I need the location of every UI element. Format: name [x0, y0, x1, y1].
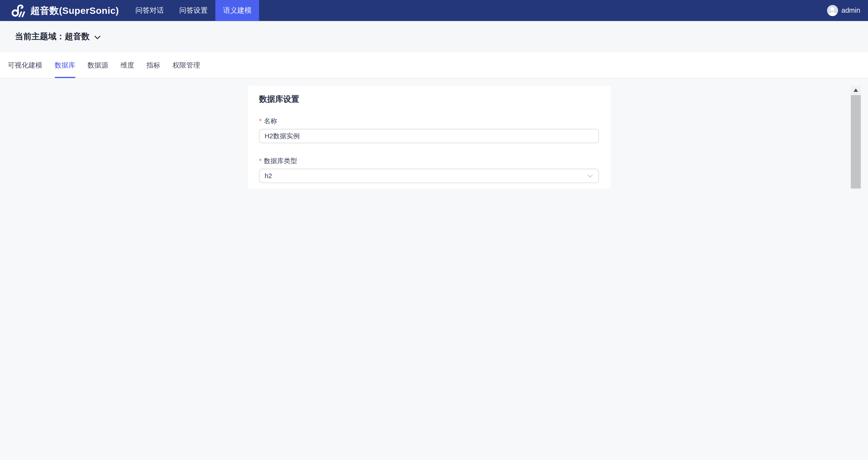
- required-mark: *: [259, 157, 262, 166]
- scroll-up-button[interactable]: [851, 86, 861, 95]
- db-type-label: * 数据库类型: [259, 157, 599, 166]
- tab-bar: 可视化建模 数据库 数据源 维度 指标 权限管理: [0, 53, 868, 78]
- current-domain-label[interactable]: 当前主题域：超音数: [15, 32, 90, 42]
- tab-datasource[interactable]: 数据源: [88, 53, 108, 78]
- nav-item-qa-chat[interactable]: 问答对话: [128, 0, 172, 21]
- supersonic-logo-icon: [10, 3, 25, 18]
- database-settings-card: 数据库设置 * 名称 * 数据库类型 h2: [248, 86, 611, 189]
- card-title: 数据库设置: [259, 94, 599, 105]
- username: admin: [841, 7, 860, 14]
- db-type-select[interactable]: h2: [259, 169, 599, 183]
- tab-visual-modeling[interactable]: 可视化建模: [8, 53, 42, 78]
- app-root: 超音数(SuperSonic) 问答对话 问答设置 语义建模 admin 当前主…: [0, 0, 868, 189]
- form-row-name: * 名称: [259, 117, 599, 143]
- user-avatar: [827, 5, 838, 16]
- select-arrow-icon: [587, 174, 593, 178]
- domain-bar: 当前主题域：超音数: [0, 21, 868, 53]
- content-area: 数据库设置 * 名称 * 数据库类型 h2: [0, 78, 868, 189]
- nav-item-qa-settings[interactable]: 问答设置: [172, 0, 215, 21]
- tab-permission[interactable]: 权限管理: [172, 53, 200, 78]
- db-type-selected-value: h2: [265, 172, 272, 180]
- vertical-scrollbar-thumb[interactable]: [851, 95, 861, 189]
- scroll-up-icon: [854, 89, 858, 92]
- name-input[interactable]: [259, 129, 599, 143]
- chevron-down-icon[interactable]: [94, 35, 101, 40]
- topbar: 超音数(SuperSonic) 问答对话 问答设置 语义建模 admin: [0, 0, 868, 21]
- nav-item-semantic-modeling[interactable]: 语义建模: [215, 0, 259, 21]
- tab-metric[interactable]: 指标: [147, 53, 160, 78]
- tab-dimension[interactable]: 维度: [120, 53, 134, 78]
- brand-title: 超音数(SuperSonic): [30, 4, 119, 17]
- user-menu[interactable]: admin: [827, 0, 868, 21]
- required-mark: *: [259, 117, 262, 126]
- vertical-scrollbar[interactable]: [851, 86, 861, 189]
- name-label: * 名称: [259, 117, 599, 126]
- brand-logo[interactable]: 超音数(SuperSonic): [0, 0, 119, 21]
- top-nav: 问答对话 问答设置 语义建模: [128, 0, 259, 21]
- tab-database[interactable]: 数据库: [55, 53, 75, 78]
- form-row-db-type: * 数据库类型 h2: [259, 157, 599, 183]
